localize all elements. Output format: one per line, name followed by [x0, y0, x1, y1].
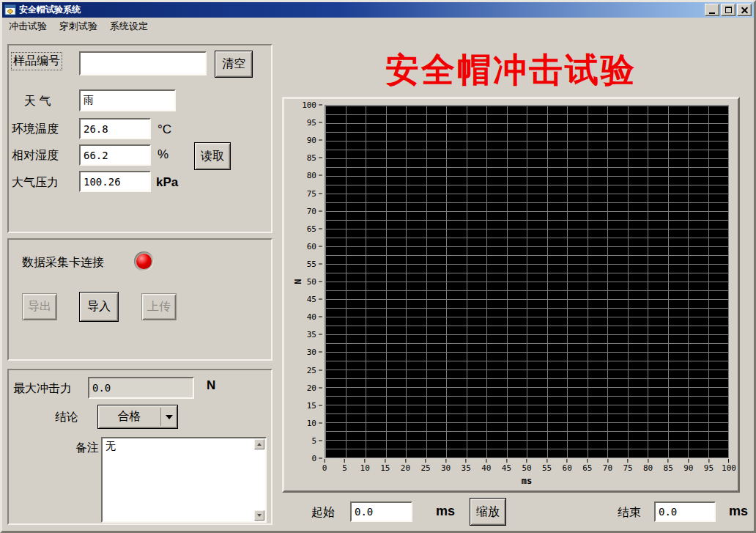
chart-inner: N ms 05101520253035404550556065707580859… — [284, 99, 738, 490]
humidity-unit: % — [158, 147, 168, 162]
result-panel: 最大冲击力 0.0 N 结论 合格 备注 无 — [7, 369, 273, 525]
x-tick: 40 — [481, 459, 491, 473]
end-label: 结束 — [618, 505, 641, 521]
conclusion-label: 结论 — [55, 410, 78, 425]
menu-item-system-settings[interactable]: 系统设定 — [108, 18, 149, 34]
remarks-label: 备注 — [75, 441, 99, 456]
x-tick: 20 — [401, 459, 410, 473]
app-icon — [4, 4, 16, 15]
start-label: 起始 — [311, 505, 335, 521]
remarks-field: 无 — [101, 437, 267, 523]
y-tick: 70 — [307, 206, 322, 216]
y-tick: 35 — [307, 330, 322, 339]
sample-info-panel: 样品编号 清空 天 气 环境温度 °C 相对湿度 % 读取 大气压力 kPa — [7, 44, 273, 233]
x-tick: 15 — [380, 459, 390, 473]
x-tick: 60 — [563, 459, 572, 473]
y-axis-label: N — [292, 279, 303, 284]
y-tick: 10 — [307, 418, 322, 427]
temperature-input[interactable] — [79, 118, 151, 139]
combo-arrow-button[interactable] — [161, 405, 177, 428]
arrow-down-icon — [257, 514, 262, 517]
title-bar: 安全帽试验系统 — [2, 2, 754, 18]
maximize-button[interactable] — [721, 4, 735, 16]
window-controls — [705, 4, 752, 16]
x-tick: 80 — [643, 459, 653, 473]
y-tick: 65 — [307, 224, 322, 233]
y-tick: 5 — [311, 435, 322, 445]
menu-bar: 冲击试验 穿刺试验 系统设定 — [2, 18, 754, 34]
zoom-button[interactable]: 缩放 — [470, 498, 506, 526]
x-tick: 75 — [623, 459, 632, 473]
y-tick: 75 — [307, 188, 322, 198]
export-button[interactable]: 导出 — [22, 293, 57, 320]
y-tick: 95 — [307, 118, 322, 128]
humidity-label: 相对湿度 — [12, 148, 59, 163]
max-force-unit: N — [207, 378, 215, 393]
weather-label: 天 气 — [24, 94, 51, 109]
x-tick: 100 — [722, 459, 736, 473]
maximize-icon — [725, 7, 732, 13]
pressure-input[interactable] — [79, 171, 151, 192]
y-tick: 85 — [307, 153, 322, 163]
remarks-scroll-down-button[interactable] — [254, 510, 264, 521]
close-icon — [741, 6, 749, 14]
upload-button[interactable]: 上传 — [141, 293, 177, 320]
clear-button[interactable]: 清空 — [215, 51, 253, 78]
max-force-display: 0.0 — [88, 377, 194, 399]
window-title: 安全帽试验系统 — [19, 4, 705, 16]
humidity-input[interactable] — [79, 144, 151, 166]
max-force-label: 最大冲击力 — [13, 381, 72, 397]
menu-item-puncture-test[interactable]: 穿刺试验 — [58, 18, 99, 34]
y-tick: 40 — [307, 312, 322, 322]
x-tick: 65 — [582, 459, 592, 473]
y-tick: 50 — [307, 277, 322, 287]
y-tick: 20 — [307, 383, 322, 392]
pressure-label: 大气压力 — [12, 175, 59, 191]
connection-led-indicator — [134, 251, 154, 271]
temperature-unit: °C — [158, 122, 171, 137]
menu-item-impact-test[interactable]: 冲击试验 — [7, 18, 48, 34]
waveform-graph: N ms 05101520253035404550556065707580859… — [282, 97, 740, 493]
y-tick: 90 — [307, 136, 322, 145]
y-tick: 15 — [307, 400, 322, 410]
import-button[interactable]: 导入 — [79, 292, 119, 322]
y-tick: 0 — [311, 454, 322, 463]
minimize-button[interactable] — [705, 4, 719, 16]
x-tick: 90 — [683, 459, 693, 473]
remarks-scroll-up-button[interactable] — [254, 439, 264, 449]
led-icon — [136, 254, 152, 269]
y-tick: 80 — [307, 171, 322, 180]
weather-input[interactable] — [79, 89, 176, 111]
y-tick: 60 — [307, 241, 322, 251]
x-tick: 30 — [441, 459, 451, 473]
read-button[interactable]: 读取 — [194, 142, 231, 170]
app-window: 安全帽试验系统 冲击试验 穿刺试验 系统设定 样品编号 清空 天 气 环境温度 … — [0, 0, 756, 533]
sample-number-input[interactable] — [79, 51, 207, 76]
start-input[interactable] — [350, 501, 412, 522]
pressure-unit: kPa — [156, 175, 178, 190]
x-tick: 85 — [664, 459, 673, 473]
daq-connection-label: 数据采集卡连接 — [22, 255, 104, 271]
y-tick: 30 — [307, 348, 322, 357]
daq-panel: 数据采集卡连接 导出 导入 上传 — [7, 238, 273, 361]
x-tick: 0 — [322, 459, 327, 473]
y-tick: 45 — [307, 295, 322, 304]
start-unit: ms — [436, 504, 455, 519]
end-unit: ms — [729, 504, 748, 519]
end-input[interactable] — [654, 501, 716, 522]
y-tick: 55 — [307, 259, 322, 268]
x-tick: 55 — [542, 459, 552, 473]
x-tick: 45 — [502, 459, 511, 473]
sample-number-label: 样品编号 — [11, 52, 62, 70]
close-button[interactable] — [737, 4, 752, 16]
page-title: 安全帽冲击试验 — [282, 48, 740, 93]
remarks-textarea[interactable]: 无 — [103, 438, 253, 521]
x-tick: 95 — [704, 459, 714, 473]
x-axis-label: ms — [522, 476, 532, 486]
x-tick: 50 — [522, 459, 531, 473]
plot-area[interactable] — [325, 105, 729, 458]
x-tick: 70 — [603, 459, 612, 473]
x-tick: 25 — [420, 459, 430, 473]
conclusion-dropdown[interactable]: 合格 — [97, 405, 178, 429]
temperature-label: 环境温度 — [12, 122, 59, 137]
